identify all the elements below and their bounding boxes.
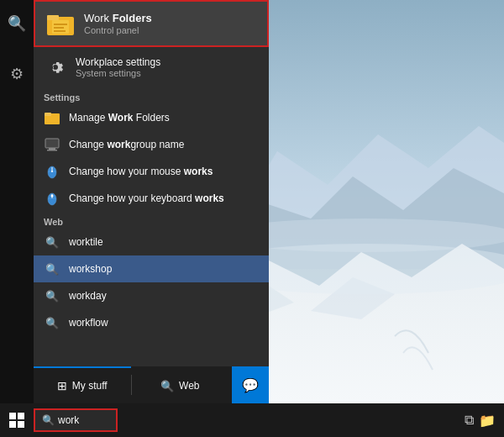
web-worktile-item[interactable]: 🔍 worktile [34,229,269,255]
workgroup-icon [44,136,60,153]
web-search-icon-4: 🔍 [44,314,60,331]
web-workflow-item[interactable]: 🔍 workflow [34,309,269,336]
svg-rect-17 [49,148,55,150]
svg-rect-15 [45,113,51,116]
cortana-button[interactable]: 💬 [232,366,269,403]
web-section-label: Web [34,212,269,229]
svg-point-22 [51,171,53,172]
change-workgroup-item[interactable]: Change workgroup name [34,131,269,158]
svg-rect-16 [45,139,59,148]
keyboard-icon [44,190,60,207]
top-result-subtitle: Control panel [84,25,152,35]
work-folders-small-icon [44,109,60,126]
web-search-icon-3: 🔍 [44,287,60,304]
workplace-settings-item[interactable]: Workplace settings System settings [34,47,269,87]
mouse-icon [44,163,60,180]
windows-logo-icon: ⊞ [57,379,67,392]
my-stuff-tab[interactable]: ⊞ My stuff [34,366,131,403]
file-explorer-icon[interactable]: 📁 [479,413,496,429]
workflow-text: workflow [69,317,108,329]
change-keyboard-text: Change how your keyboard works [69,192,224,204]
workplace-settings-subtitle: System settings [76,68,160,78]
web-search-icon-2: 🔍 [44,261,60,277]
top-result-plain: Work [84,12,113,24]
web-tab-search-icon: 🔍 [160,380,174,392]
web-search-icon-1: 🔍 [44,234,60,250]
cortana-icon: 💬 [242,377,259,393]
change-keyboard-item[interactable]: Change how your keyboard works [34,185,269,212]
change-workgroup-text: Change workgroup name [69,139,184,150]
work-folders-icon [45,8,76,39]
web-tab[interactable]: 🔍 Web [132,366,229,403]
taskbar-search-icon: 🔍 [42,414,55,426]
gear-icon [44,55,67,79]
taskbar-search-text: work [58,414,79,426]
top-result-text: Work Folders Control panel [84,12,152,36]
top-result-title: Work Folders [84,12,152,26]
worktile-text: worktile [69,236,103,248]
change-mouse-item[interactable]: Change how your mouse works [34,158,269,185]
sidebar-settings-icon[interactable]: ⚙ [0,57,34,91]
bottom-tabs: ⊞ My stuff 🔍 Web 💬 [34,366,269,403]
manage-work-folders-item[interactable]: Manage Work Folders [34,104,269,131]
workday-text: workday [69,290,107,302]
top-result-item[interactable]: Work Folders Control panel [34,0,269,47]
workplace-settings-title: Workplace settings [76,56,160,68]
web-workshop-item[interactable]: 🔍 workshop [34,255,269,282]
my-stuff-label: My stuff [72,380,108,392]
web-tab-label: Web [179,380,199,392]
windows-start-icon [9,413,24,428]
taskbar-search-box[interactable]: 🔍 work [34,408,118,432]
workshop-text: workshop [69,263,112,275]
svg-rect-18 [47,150,57,151]
taskbar: 🔍 work ⧉ 📁 [0,403,504,437]
svg-rect-9 [47,15,59,20]
settings-section-label: Settings [34,87,269,104]
top-result-bold: Folders [113,12,152,24]
taskbar-right-icons: ⧉ 📁 [465,413,504,429]
start-button[interactable] [0,403,34,437]
manage-work-folders-text: Manage Work Folders [69,112,170,124]
web-workday-item[interactable]: 🔍 workday [34,282,269,309]
sidebar-strip: 🔍 ⚙ [0,0,34,403]
sidebar-search-icon[interactable]: 🔍 [0,7,34,40]
workplace-settings-text: Workplace settings System settings [76,56,160,78]
search-panel: Work Folders Control panel Workplace set… [34,0,269,403]
task-view-icon[interactable]: ⧉ [465,413,474,428]
change-mouse-text: Change how your mouse works [69,166,213,177]
